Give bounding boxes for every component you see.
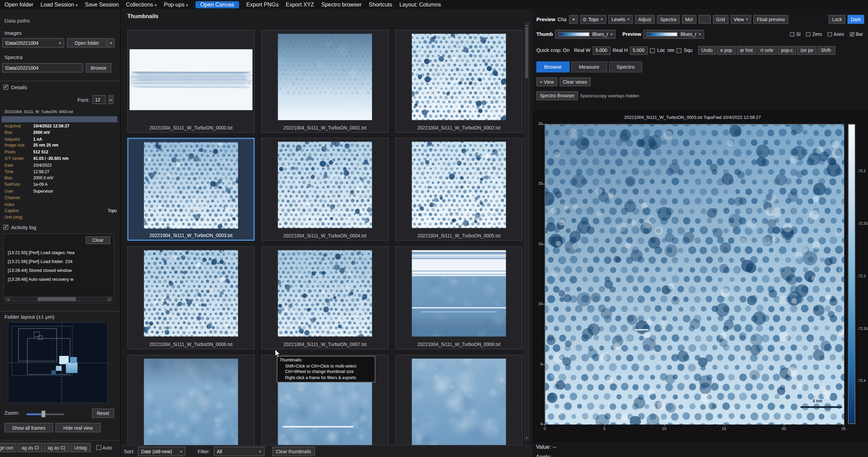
spectro-browser-button[interactable]: Spectro Browser — [536, 91, 578, 100]
scroll-thumb[interactable] — [525, 27, 528, 78]
thumbnail-image — [129, 49, 252, 110]
toolbar-button[interactable]: Float preview — [754, 15, 788, 24]
thumbnail-frame[interactable]: 20221004_Si111_W_TurboON_0005.txt — [395, 138, 523, 241]
real-h-input[interactable] — [630, 46, 648, 54]
clear-views-button[interactable]: Clear views — [560, 77, 591, 86]
menu-item[interactable]: Collections▾ — [126, 1, 157, 8]
menu-item[interactable]: Open folder — [4, 1, 33, 8]
activity-log-label: Activity log — [11, 224, 36, 230]
scroll-thumb[interactable] — [38, 297, 76, 301]
prev-channel-icon[interactable] — [569, 15, 578, 24]
tag-button[interactable]: ag as C( — [44, 443, 69, 452]
tag-button[interactable]: Untag — [70, 443, 91, 452]
thumbnail-frame[interactable]: 20221004_Si111_W_TurboON_0002.txt — [395, 30, 523, 133]
menu-item[interactable]: Export XYZ — [286, 1, 314, 8]
scroll-down-icon[interactable]: ▼ — [525, 436, 528, 440]
bar-checkbox[interactable] — [850, 32, 854, 37]
zoom-slider-thumb[interactable] — [42, 411, 45, 417]
images-path-input[interactable]: \Data\20221004 — [2, 38, 64, 48]
menu-item[interactable]: Pop-ups▾ — [164, 1, 188, 8]
real-h-label: Real H — [612, 47, 628, 53]
toolbar-button[interactable] — [698, 15, 711, 24]
thumbnail-frame[interactable]: 20221004_Si111_W_TurboON_0000.txt — [127, 30, 255, 133]
thumbnail-frame[interactable]: 20221004_Si111_W_TurboON_0006.txt — [127, 246, 255, 349]
colormap-swatch — [647, 32, 678, 37]
clear-thumbnails-button[interactable]: Clear thumbnails — [272, 447, 315, 456]
thumbnails-scrollbar[interactable]: ▲ ▼ — [524, 22, 529, 441]
log-horizontal-scrollbar[interactable]: ◂ ▸ — [5, 297, 112, 302]
axes-checkbox[interactable] — [827, 32, 832, 37]
menu-item[interactable]: Shortcuts — [369, 1, 392, 8]
toolbar-button[interactable]: Dark — [848, 15, 864, 24]
tab-browse[interactable]: Browse — [536, 61, 569, 72]
scroll-up-icon[interactable]: ▲ — [525, 23, 528, 27]
hide-real-view-button[interactable]: Hide real view — [55, 423, 101, 432]
activity-log-checkbox[interactable] — [3, 225, 9, 230]
crop-action-button[interactable]: rt sele — [757, 46, 777, 55]
show-all-frames-button[interactable]: Show all frames — [4, 423, 53, 432]
tag-button[interactable]: ag as Cl — [18, 443, 43, 452]
preview-panel: PreviewCha0: TopoLevelsAdjustSpectraMolG… — [533, 9, 868, 457]
x-tick — [784, 424, 785, 426]
font-size-stepper[interactable]: ▴▾ — [108, 95, 113, 104]
tab-measure[interactable]: Measure — [571, 61, 607, 72]
thumb-cmap-dropdown[interactable]: Blues_r — [555, 30, 616, 39]
browse-button[interactable]: Browse — [86, 63, 111, 73]
crop-action-button[interactable]: Shift- — [817, 46, 835, 55]
toolbar-button[interactable]: Mol — [682, 15, 696, 24]
real-w-input[interactable] — [593, 46, 610, 54]
stm-image[interactable]: 4 nm — [545, 124, 844, 424]
menu-item[interactable]: Load Session▾ — [41, 1, 78, 8]
toolbar-dropdown[interactable]: 0: Topo — [580, 15, 606, 24]
thumbnails-footer: Sort: Date (old-new) Filter: All Clear t… — [121, 445, 533, 457]
clear-path-icon[interactable] — [58, 40, 61, 45]
thumbnail-frame[interactable] — [395, 355, 523, 457]
thumbnail-frame[interactable]: 20221004_Si111_W_TurboON_0008.txt — [395, 246, 523, 349]
menu-item[interactable]: Layout: Columns — [399, 1, 441, 8]
zero-checkbox[interactable] — [806, 32, 811, 37]
toolbar-dropdown[interactable]: Levels — [608, 15, 633, 24]
menu-item[interactable]: Export PNGs — [246, 1, 279, 8]
open-folder-dropdown-icon[interactable] — [107, 38, 114, 48]
folder-layout-map[interactable] — [8, 322, 108, 403]
thumbnail-frame[interactable]: 20221004_Si111_W_TurboON_0003.txt — [127, 138, 255, 241]
thumbnail-frame[interactable]: 20221004_Si111_W_TurboON_0001.txt — [261, 30, 389, 133]
crop-action-button[interactable]: ize po — [797, 46, 816, 55]
clear-log-button[interactable]: Clear — [86, 236, 110, 244]
scroll-track[interactable] — [11, 297, 107, 301]
thumbnail-frame[interactable] — [127, 355, 255, 457]
scroll-left-icon[interactable]: ◂ — [5, 297, 11, 301]
crop-action-button[interactable]: Undo — [698, 46, 716, 55]
menu-item[interactable]: Open Canvas — [195, 1, 239, 8]
details-checkbox[interactable] — [3, 85, 9, 90]
toolbar-dropdown[interactable]: View — [730, 15, 751, 24]
thumbnail-frame[interactable]: 20221004_Si111_W_TurboON_0007.txt — [261, 246, 389, 349]
crop-action-button[interactable]: pop-c — [778, 46, 796, 55]
si-checkbox[interactable] — [790, 32, 795, 37]
preview-cmap-dropdown[interactable]: Blues_r — [644, 30, 704, 39]
loc-checkbox[interactable] — [650, 48, 655, 53]
stm-image-canvas[interactable] — [545, 125, 844, 425]
open-folder-button[interactable]: Open folder — [67, 38, 107, 48]
toolbar-button[interactable]: Spectra — [657, 15, 680, 24]
filter-dropdown[interactable]: All — [213, 447, 264, 456]
quick-crop-toolbar: Quick crop: On Real W Real H Loc nm Squ … — [533, 45, 868, 55]
font-size-input[interactable] — [92, 95, 106, 104]
toolbar-button[interactable]: Adjust — [635, 15, 655, 24]
add-view-button[interactable]: + View — [536, 77, 557, 86]
tab-spectro[interactable]: Spectro — [609, 61, 642, 72]
square-checkbox[interactable] — [676, 48, 681, 53]
spectra-path-input[interactable] — [2, 63, 83, 73]
menu-item[interactable]: Save Session — [85, 1, 119, 8]
tag-button[interactable]: rge con — [0, 443, 17, 452]
menu-item[interactable]: Spectro browser — [321, 1, 362, 8]
crop-action-button[interactable]: e pop — [717, 46, 735, 55]
crop-action-button[interactable]: ar hist — [736, 46, 756, 55]
reset-zoom-button[interactable]: Reset — [92, 408, 114, 418]
auto-checkbox[interactable] — [96, 445, 101, 450]
thumbnail-frame[interactable]: 20221004_Si111_W_TurboON_0004.txt — [261, 138, 389, 241]
sort-dropdown[interactable]: Date (old-new) — [138, 447, 185, 456]
toolbar-button[interactable]: Grid — [713, 15, 728, 24]
scroll-right-icon[interactable]: ▸ — [107, 297, 112, 301]
toolbar-button[interactable]: Lock — [829, 15, 845, 24]
